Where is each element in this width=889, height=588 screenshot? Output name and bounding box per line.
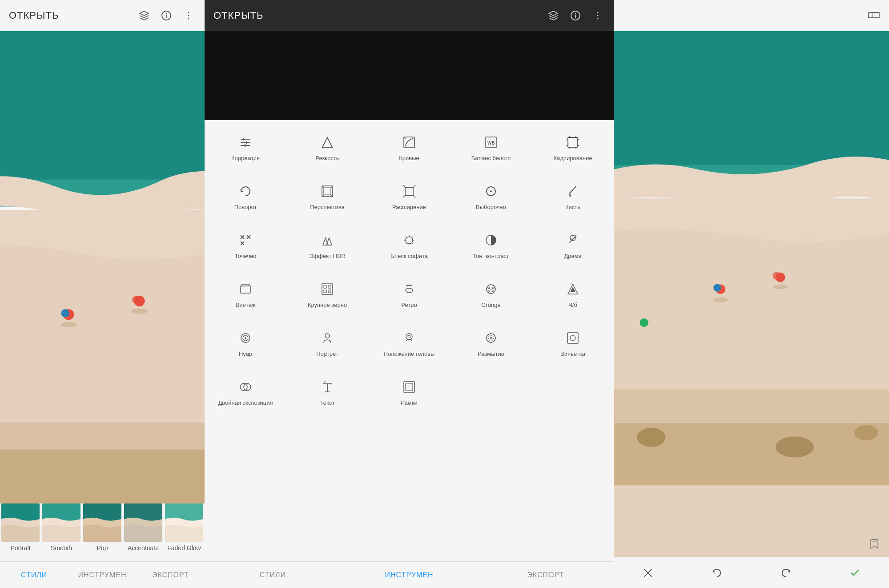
svg-point-12	[132, 296, 140, 304]
left-panel: ОТКРЫТЬ	[0, 0, 205, 588]
tool-tone-contrast[interactable]: Тон. контраст	[450, 222, 532, 271]
svg-point-115	[490, 337, 492, 339]
svg-point-104	[491, 289, 491, 290]
tool-glamour-label: Блеск софита	[390, 253, 428, 260]
tool-hdr[interactable]: Эффект HDR	[286, 222, 368, 271]
tool-correction-label: Коррекция	[231, 155, 260, 162]
tool-portrait[interactable]: Портрет	[286, 320, 368, 369]
svg-point-10	[61, 309, 69, 317]
tool-blur[interactable]: Размытие	[450, 320, 532, 369]
left-top-icons	[137, 8, 196, 23]
nav-export-left[interactable]: ЭКСПОРТ	[137, 562, 205, 588]
tool-vintage[interactable]: Винтаж	[205, 271, 286, 320]
tool-glamour[interactable]: Блеск софита	[368, 222, 450, 271]
tool-vintage-label: Винтаж	[236, 302, 256, 309]
middle-title: ОТКРЫТЬ	[213, 10, 263, 21]
tool-frames-label: Рамки	[401, 399, 417, 407]
tool-text[interactable]: T Текст	[286, 369, 368, 418]
info-icon-mid[interactable]	[568, 8, 583, 23]
nav-styles-left[interactable]: СТИЛИ	[0, 562, 68, 588]
more-icon[interactable]	[181, 8, 196, 23]
close-button[interactable]	[638, 563, 658, 583]
tool-rotate[interactable]: Поворот	[205, 173, 286, 222]
svg-point-69	[490, 190, 492, 192]
bookmark-icon[interactable]	[869, 538, 880, 552]
tool-brush-label: Кисть	[565, 204, 580, 211]
style-thumb-portrait[interactable]: Portrait	[0, 503, 41, 561]
svg-line-84	[412, 243, 413, 244]
tool-retro[interactable]: Ретро	[368, 271, 450, 320]
style-thumb-faded-glow[interactable]: Faded Glow	[164, 503, 205, 561]
middle-bottom-nav: СТИЛИ ИНСТРУМЕН ЭКСПОРТ	[205, 561, 614, 588]
tool-hdr-label: Эффект HDR	[309, 253, 346, 260]
right-top-spacer	[614, 0, 889, 31]
tool-head[interactable]: Положение головы	[368, 320, 450, 369]
svg-line-67	[413, 195, 415, 197]
svg-line-83	[406, 237, 406, 238]
tool-bw[interactable]: Ч/б	[532, 271, 614, 320]
layers-icon[interactable]	[137, 8, 151, 23]
left-bottom-nav: СТИЛИ ИНСТРУМЕН ЭКСПОРТ	[0, 561, 205, 588]
svg-point-136	[713, 298, 728, 302]
svg-rect-63	[405, 187, 413, 195]
svg-point-100	[488, 287, 490, 289]
tool-expand[interactable]: Расширение	[368, 173, 450, 222]
style-thumb-pop[interactable]: Pop	[82, 503, 123, 561]
tool-grunge[interactable]: Grunge	[450, 271, 532, 320]
style-label-accentuate: Accentuate	[128, 544, 159, 552]
left-image-area	[0, 31, 205, 503]
tool-curves[interactable]: Кривые	[368, 125, 450, 173]
tool-drama[interactable]: Драма	[532, 222, 614, 271]
tool-noir-label: Нуар	[239, 350, 252, 358]
tool-crop[interactable]: Кадрирование	[532, 125, 614, 173]
svg-point-135	[640, 318, 648, 327]
left-title: ОТКРЫТЬ	[9, 10, 59, 21]
tool-portrait-label: Портрет	[316, 350, 338, 358]
svg-point-3	[188, 12, 189, 13]
tool-brush[interactable]: Кисть	[532, 173, 614, 222]
style-label-smooth: Smooth	[51, 544, 72, 552]
svg-point-5	[188, 18, 189, 20]
svg-rect-89	[241, 286, 250, 293]
tool-white-balance[interactable]: WB Баланс белого	[450, 125, 532, 173]
undo-button[interactable]	[707, 563, 727, 583]
tool-vignette[interactable]: Виньетка	[532, 320, 614, 369]
svg-point-15	[131, 309, 147, 314]
nav-export-mid[interactable]: ЭКСПОРТ	[477, 562, 614, 588]
tool-spot[interactable]: Точечно	[205, 222, 286, 271]
tool-double-exposure[interactable]: Двойная экспозиция	[205, 369, 286, 418]
tool-frames[interactable]: Рамки	[368, 369, 450, 418]
style-thumb-smooth[interactable]: Smooth	[41, 503, 82, 561]
svg-line-65	[413, 185, 415, 187]
nav-tools-mid[interactable]: ИНСТРУМЕН	[341, 562, 478, 588]
tool-selective[interactable]: Выборочно	[450, 173, 532, 222]
confirm-button[interactable]	[845, 563, 865, 583]
layers-icon-mid[interactable]	[546, 8, 560, 23]
svg-point-103	[493, 291, 494, 292]
tool-curves-label: Кривые	[399, 155, 419, 162]
tool-de-label: Двойная экспозиция	[218, 399, 273, 407]
style-label-pop: Pop	[97, 544, 108, 552]
tool-text-label: Текст	[320, 399, 335, 407]
more-icon-mid[interactable]	[591, 8, 605, 23]
right-image-area	[614, 31, 889, 557]
tool-grain[interactable]: Крупное зерно	[286, 271, 368, 320]
tool-drama-label: Драма	[564, 253, 581, 260]
tool-sharpness[interactable]: Резкость	[286, 125, 368, 173]
svg-point-113	[487, 334, 495, 342]
nav-tools-left[interactable]: ИНСТРУМЕН	[68, 562, 136, 588]
svg-line-66	[403, 195, 405, 197]
svg-rect-97	[328, 290, 331, 293]
svg-rect-96	[324, 290, 326, 293]
style-thumb-accentuate[interactable]: Accentuate	[123, 503, 164, 561]
style-label-faded-glow: Faded Glow	[167, 544, 201, 552]
tool-correction[interactable]: Коррекция	[205, 125, 286, 173]
nav-styles-mid[interactable]: СТИЛИ	[205, 562, 341, 588]
tools-grid: Коррекция Резкость Кривые	[205, 120, 614, 561]
info-icon[interactable]	[159, 8, 173, 23]
redo-button[interactable]	[776, 563, 796, 583]
tool-selective-label: Выборочно	[476, 204, 506, 211]
tool-perspective[interactable]: Перспектива	[286, 173, 368, 222]
resize-icon[interactable]	[868, 9, 880, 23]
tool-noir[interactable]: Нуар	[205, 320, 286, 369]
